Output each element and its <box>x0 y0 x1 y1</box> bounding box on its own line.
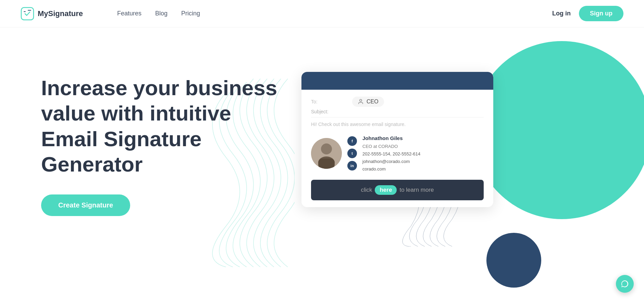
chat-bubble[interactable] <box>616 275 634 293</box>
email-card-body: To: CEO Subject: Hi! Check out this awes… <box>301 90 493 207</box>
signature-block: f t in Johnathon Giles CEO at CORADO 202… <box>311 134 484 173</box>
email-card-header <box>301 72 493 90</box>
nav-item-blog[interactable]: Blog <box>155 10 168 17</box>
sig-title: CEO at CORADO <box>362 143 420 150</box>
nav-right: Log in Sign up <box>552 6 623 21</box>
nav-item-features[interactable]: Features <box>117 10 141 17</box>
ceo-pill: CEO <box>352 97 384 107</box>
hero-section: Increase your business value with intuit… <box>41 48 281 216</box>
navy-circle-decoration <box>486 233 541 288</box>
email-body-text: Hi! Check out this awesome email signatu… <box>311 122 484 127</box>
sig-email: johnathon@corado.com <box>362 158 420 165</box>
main-content: Increase your business value with intuit… <box>0 27 644 303</box>
logo-text: MySignature <box>38 9 83 18</box>
nav-left: MySignature Features Blog Pricing <box>21 7 200 21</box>
hero-title: Increase your business value with intuit… <box>41 75 281 177</box>
logo[interactable]: MySignature <box>21 7 83 21</box>
right-side: To: CEO Subject: Hi! Check out this awes… <box>281 48 623 303</box>
email-preview-card: To: CEO Subject: Hi! Check out this awes… <box>301 72 493 207</box>
to-label: To: <box>311 99 332 104</box>
twitter-icon: t <box>347 149 357 158</box>
person-silhouette <box>311 138 342 169</box>
sig-website: corado.com <box>362 165 420 173</box>
subject-field: Subject: <box>311 109 484 114</box>
email-divider <box>311 117 484 117</box>
chat-icon <box>621 280 629 288</box>
linkedin-icon: in <box>347 161 357 171</box>
signup-button[interactable]: Sign up <box>579 6 623 21</box>
svg-point-1 <box>360 99 362 101</box>
nav-item-pricing[interactable]: Pricing <box>181 10 200 17</box>
banner-click-text: click <box>361 187 372 193</box>
navbar: MySignature Features Blog Pricing Log in… <box>0 0 644 27</box>
login-button[interactable]: Log in <box>552 10 571 17</box>
svg-rect-0 <box>21 8 34 20</box>
sig-social-icons: f t in <box>347 136 357 171</box>
sig-phone: 202-5555-154, 202-5552-614 <box>362 150 420 158</box>
banner-rest-text: to learn more <box>399 187 434 193</box>
user-icon <box>358 99 364 105</box>
svg-rect-5 <box>318 159 335 169</box>
teal-circle-bg <box>473 41 644 219</box>
logo-icon <box>21 7 34 21</box>
svg-point-3 <box>321 143 332 154</box>
facebook-icon: f <box>347 136 357 146</box>
subject-label: Subject: <box>311 109 332 114</box>
create-signature-button[interactable]: Create Signature <box>41 194 130 216</box>
sig-name: Johnathon Giles <box>362 134 420 143</box>
click-here-banner[interactable]: click here to learn more <box>311 180 484 200</box>
nav-links: Features Blog Pricing <box>117 10 200 17</box>
signature-info: Johnathon Giles CEO at CORADO 202-5555-1… <box>362 134 420 173</box>
signature-avatar <box>311 138 342 169</box>
banner-here-pill[interactable]: here <box>375 185 397 195</box>
